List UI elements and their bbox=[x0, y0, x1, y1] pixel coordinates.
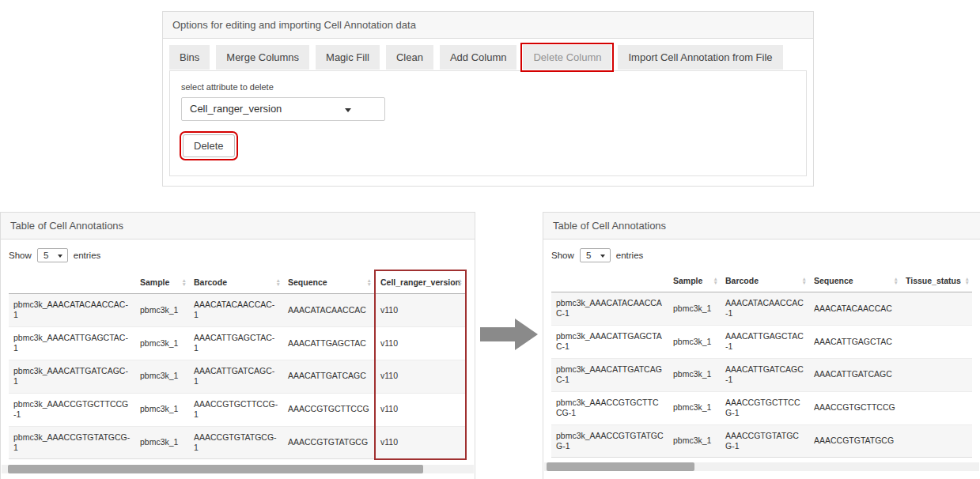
sort-icon[interactable]: ▲▼ bbox=[802, 277, 807, 285]
table-cell bbox=[901, 391, 972, 424]
table-row[interactable]: pbmc3k_AAACATTGAGCTAC-1pbmc3k_1AAACATTGA… bbox=[9, 326, 466, 360]
tab-magic-fill[interactable]: Magic Fill bbox=[316, 45, 380, 70]
entries-label: entries bbox=[616, 251, 644, 260]
column-header-label: Sample bbox=[673, 276, 702, 285]
table-before-panel: Table of Cell Annotations Show 5 entries… bbox=[0, 212, 475, 479]
column-header bbox=[551, 270, 668, 292]
table-cell: AAACCGTGTATGCG bbox=[283, 426, 375, 459]
table-row[interactable]: pbmc3k_AAACCGTGCTTCCG-1pbmc3k_1AAACCGTGC… bbox=[9, 393, 466, 426]
select-attribute-label: select attribute to delete bbox=[181, 82, 795, 92]
table-cell: pbmc3k_AAACATACAACCAC-1 bbox=[551, 292, 668, 326]
table-cell: AAACCGTGCTTCCG-1 bbox=[189, 393, 283, 426]
table-row[interactable]: pbmc3k_AAACCGTGTATGCG-1pbmc3k_1AAACCGTGT… bbox=[551, 424, 972, 458]
attribute-select-value: Cell_ranger_version bbox=[190, 103, 282, 115]
column-header-sample[interactable]: Sample▲▼ bbox=[135, 270, 189, 294]
table-cell: v110 bbox=[375, 426, 466, 459]
table-cell: pbmc3k_AAACCGTGCTTCCG-1 bbox=[9, 393, 135, 426]
show-label: Show bbox=[9, 251, 32, 260]
options-panel-title: Options for editing and importing Cell A… bbox=[163, 12, 813, 39]
column-header-cell_ranger_version[interactable]: Cell_ranger_version▲▼ bbox=[375, 270, 466, 294]
tab-bins[interactable]: Bins bbox=[169, 45, 210, 70]
table-cell: AAACATTGAGCTAC bbox=[283, 326, 375, 360]
page-size-value: 5 bbox=[44, 251, 48, 260]
table-cell: AAACCGTGTATGCG-1 bbox=[721, 424, 809, 458]
table-cell: v110 bbox=[375, 294, 466, 327]
delete-column-tab-content: select attribute to delete Cell_ranger_v… bbox=[169, 70, 807, 176]
sort-icon[interactable]: ▲▼ bbox=[713, 277, 718, 285]
table-cell: pbmc3k_1 bbox=[668, 424, 721, 458]
show-entries-control: Show 5 entries bbox=[543, 240, 980, 270]
table-cell: pbmc3k_AAACCGTGTATGCG-1 bbox=[551, 424, 668, 458]
scrollbar-thumb[interactable] bbox=[547, 462, 694, 471]
page-size-value: 5 bbox=[586, 251, 591, 260]
tab-delete-column[interactable]: Delete Column bbox=[523, 45, 611, 70]
table-panel-title: Table of Cell Annotations bbox=[1, 213, 475, 240]
column-header-sequence[interactable]: Sequence▲▼ bbox=[283, 270, 375, 294]
attribute-select[interactable]: Cell_ranger_version bbox=[181, 97, 385, 121]
tab-merge-columns[interactable]: Merge Columns bbox=[216, 45, 309, 70]
column-header-sample[interactable]: Sample▲▼ bbox=[668, 270, 721, 292]
chevron-down-icon bbox=[58, 255, 62, 258]
column-header-label: Sample bbox=[140, 277, 169, 287]
table-cell: pbmc3k_1 bbox=[668, 325, 721, 358]
table-header-row: Sample▲▼Barcode▲▼Sequence▲▼Cell_ranger_v… bbox=[9, 270, 466, 294]
column-header-label: Sequence bbox=[814, 276, 853, 285]
delete-button[interactable]: Delete bbox=[183, 134, 235, 157]
column-header-barcode[interactable]: Barcode▲▼ bbox=[189, 270, 283, 294]
table-cell: pbmc3k_1 bbox=[135, 360, 189, 393]
table-cell: AAACATACAACCAC-1 bbox=[721, 292, 809, 326]
horizontal-scrollbar[interactable] bbox=[544, 462, 979, 471]
scrollbar-thumb[interactable] bbox=[8, 465, 423, 473]
horizontal-scrollbar[interactable] bbox=[2, 465, 474, 473]
table-row[interactable]: pbmc3k_AAACATTGAGCTAC-1pbmc3k_1AAACATTGA… bbox=[551, 325, 972, 358]
table-cell: AAACATTGATCAGC bbox=[283, 360, 375, 393]
table-cell: v110 bbox=[375, 360, 466, 393]
column-header-barcode[interactable]: Barcode▲▼ bbox=[721, 270, 809, 292]
table-cell: AAACATTGAGCTAC-1 bbox=[721, 325, 809, 358]
page-size-select[interactable]: 5 bbox=[580, 248, 611, 262]
table-cell: pbmc3k_1 bbox=[668, 358, 721, 391]
table-cell: pbmc3k_1 bbox=[135, 426, 189, 459]
chevron-down-icon bbox=[600, 255, 605, 258]
table-cell: AAACATTGATCAGC-1 bbox=[721, 358, 809, 391]
table-row[interactable]: pbmc3k_AAACATTGATCAGC-1pbmc3k_1AAACATTGA… bbox=[9, 360, 466, 393]
sort-icon[interactable]: ▲▼ bbox=[367, 278, 372, 286]
column-header-tissue_status[interactable]: Tissue_status▲▼ bbox=[901, 270, 972, 292]
table-panel-title: Table of Cell Annotations bbox=[543, 213, 980, 240]
tab-add-column[interactable]: Add Column bbox=[440, 45, 517, 70]
table-cell: AAACATTGATCAGC-1 bbox=[189, 360, 283, 393]
tab-import-cell-annotation-from-file[interactable]: Import Cell Annotation from File bbox=[618, 45, 782, 70]
column-header-sequence[interactable]: Sequence▲▼ bbox=[809, 270, 901, 292]
column-header-label: Sequence bbox=[288, 277, 327, 287]
table-cell: AAACCGTGTATGCG-1 bbox=[189, 426, 283, 459]
table-cell: v110 bbox=[375, 393, 466, 426]
sort-icon[interactable]: ▲▼ bbox=[276, 278, 281, 286]
table-cell: pbmc3k_1 bbox=[135, 393, 189, 426]
table-cell: AAACATTGAGCTAC-1 bbox=[189, 326, 283, 360]
tab-bar: BinsMerge ColumnsMagic FillCleanAdd Colu… bbox=[169, 45, 807, 70]
table-row[interactable]: pbmc3k_AAACCGTGCTTCCG-1pbmc3k_1AAACCGTGC… bbox=[551, 391, 972, 424]
sort-icon[interactable]: ▲▼ bbox=[965, 277, 970, 285]
table-cell: pbmc3k_AAACATACAACCAC-1 bbox=[9, 294, 135, 327]
table-cell: AAACATACAACCAC-1 bbox=[189, 294, 283, 327]
table-cell bbox=[901, 358, 972, 391]
arrow-icon bbox=[480, 319, 539, 350]
column-header-label: Tissue_status bbox=[906, 276, 961, 285]
table-cell: AAACCGTGCTTCCG-1 bbox=[721, 391, 809, 424]
table-cell bbox=[901, 325, 972, 358]
table-row[interactable]: pbmc3k_AAACATACAACCAC-1pbmc3k_1AAACATACA… bbox=[9, 294, 466, 327]
table-cell: pbmc3k_1 bbox=[668, 292, 721, 326]
table-cell bbox=[901, 424, 972, 458]
table-cell: pbmc3k_1 bbox=[135, 326, 189, 360]
table-after-panel: Table of Cell Annotations Show 5 entries… bbox=[543, 212, 980, 479]
sort-icon[interactable]: ▲▼ bbox=[894, 277, 899, 285]
table-row[interactable]: pbmc3k_AAACATTGATCAGC-1pbmc3k_1AAACATTGA… bbox=[551, 358, 972, 391]
sort-icon[interactable]: ▲▼ bbox=[182, 278, 187, 286]
page-size-select[interactable]: 5 bbox=[37, 248, 68, 262]
sort-icon[interactable]: ▲▼ bbox=[458, 278, 463, 286]
table-row[interactable]: pbmc3k_AAACCGTGTATGCG-1pbmc3k_1AAACCGTGT… bbox=[9, 426, 466, 459]
column-header-label: Barcode bbox=[194, 277, 227, 287]
table-row[interactable]: pbmc3k_AAACATACAACCAC-1pbmc3k_1AAACATACA… bbox=[551, 292, 972, 326]
tab-clean[interactable]: Clean bbox=[386, 45, 433, 70]
table-cell: AAACCGTGTATGCG bbox=[809, 424, 901, 458]
